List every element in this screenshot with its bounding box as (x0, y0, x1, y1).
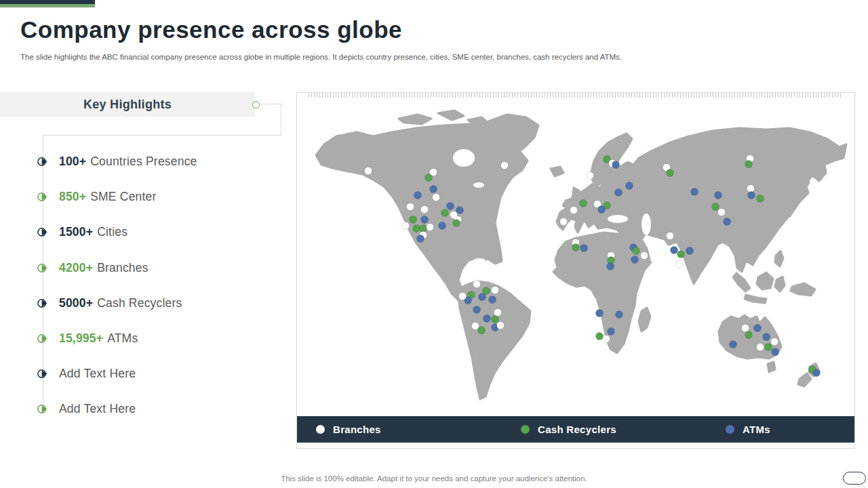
map-dot-branches (676, 261, 684, 268)
connector-line (281, 104, 281, 136)
map-dot-atms (671, 247, 678, 254)
highlight-label: Branches (97, 261, 149, 274)
map-dot-branches (501, 162, 509, 169)
legend-label: ATMs (743, 424, 770, 435)
slide-footer-note: This slide is 100% editable. Adapt it to… (0, 474, 868, 483)
map-dot-cash_recyclers (420, 225, 427, 232)
map-dot-atms (479, 293, 486, 301)
slide-subtitle: The slide highlights the ABC financial c… (20, 53, 671, 61)
map-dot-atms (763, 333, 770, 341)
map-dot-cash_recyclers (441, 209, 449, 217)
map-dot-cash_recyclers (453, 220, 460, 227)
map-dot-atms (626, 182, 633, 190)
map-dot-atms (580, 245, 588, 252)
map-dot-branches (497, 322, 505, 329)
map-dot-branches (570, 207, 578, 214)
highlight-label: Cities (97, 225, 127, 239)
map-dot-atms (456, 207, 464, 214)
connector-line (259, 104, 281, 104)
map-dot-branches (365, 167, 372, 175)
map-dot-branches (473, 281, 481, 288)
legend-label: Branches (333, 424, 381, 435)
map-dot-branches (402, 222, 410, 230)
map-dot-atms (612, 161, 620, 169)
great-lakes (473, 182, 484, 188)
map-dot-atms (754, 325, 762, 332)
legend-dot-branches-icon (316, 425, 325, 434)
key-highlights-header-label: Key Highlights (83, 98, 172, 112)
map-dot-atms (813, 369, 821, 377)
map-dot-atms (421, 216, 429, 224)
map-dot-cash_recyclers (478, 327, 486, 334)
map-dot-branches (421, 206, 429, 214)
black-sea (608, 215, 628, 223)
map-dot-atms (730, 341, 737, 348)
bullet-marker-icon (37, 367, 50, 380)
bullet-marker-icon (37, 332, 50, 345)
map-dot-branches (771, 338, 778, 346)
map-dot-atms (691, 188, 698, 196)
map-dot-atms (616, 311, 623, 319)
top-accent-bar-green (0, 4, 95, 7)
map-dot-branches (560, 218, 568, 226)
map-dot-atms (724, 218, 731, 226)
map-dot-cash_recyclers (572, 244, 580, 251)
map-dot-branches (641, 252, 648, 260)
highlight-label: Add Text Here (59, 367, 136, 380)
map-dot-atms (598, 206, 606, 214)
map-dot-atms (608, 328, 615, 336)
world-map-panel: BranchesCash RecyclersATMs (296, 92, 855, 449)
highlight-value: 4200+ (59, 261, 93, 274)
bullet-marker-icon (37, 297, 50, 310)
world-map (297, 93, 854, 448)
map-dot-atms (417, 235, 425, 243)
slide-title: Company presence across globe (20, 16, 631, 43)
map-dot-atms (473, 306, 481, 314)
map-dot-cash_recyclers (667, 169, 674, 177)
map-dot-branches (747, 185, 755, 192)
map-dot-branches (433, 194, 440, 201)
map-dot-branches (427, 224, 434, 231)
bullet-marker-icon (37, 262, 50, 274)
map-dot-atms (414, 192, 422, 199)
map-dot-branches (718, 209, 726, 216)
map-dot-atms (596, 310, 604, 317)
madagascar (639, 308, 650, 331)
map-dot-cash_recyclers (745, 331, 753, 339)
legend-item-cash_recyclers: Cash Recyclers (521, 416, 616, 443)
map-dot-atms (489, 296, 496, 304)
highlight-value: 100+ (59, 155, 86, 168)
bullet-marker-icon (37, 190, 50, 203)
map-dot-atms (715, 192, 722, 199)
map-dot-cash_recyclers (745, 161, 753, 168)
map-dot-cash_recyclers (633, 247, 640, 255)
map-dot-branches (492, 287, 499, 294)
map-dot-branches (603, 336, 610, 343)
map-dot-atms (484, 315, 491, 323)
map-dot-branches (667, 232, 674, 240)
highlight-value: 850+ (59, 190, 86, 203)
highlight-value: 15,995+ (59, 331, 103, 345)
map-dot-branches (742, 325, 749, 332)
map-dot-atms (748, 192, 755, 199)
highlight-value: 1500+ (59, 225, 93, 239)
highlight-label: SME Center (90, 190, 156, 203)
legend-item-atms: ATMs (726, 416, 770, 443)
legend-dot-atms-icon (726, 425, 734, 434)
map-dot-atms (447, 203, 454, 210)
map-dot-cash_recyclers (425, 174, 433, 182)
legend-item-branches: Branches (316, 416, 381, 443)
map-dot-atms (772, 348, 779, 356)
highlight-value: 5000+ (59, 296, 93, 310)
map-dot-atms (607, 263, 614, 270)
map-dot-cash_recyclers (492, 316, 499, 323)
slide-number-pill (843, 472, 866, 485)
bullet-marker-icon (37, 155, 50, 168)
connector-circle (252, 101, 260, 108)
map-dot-branches (407, 203, 414, 211)
map-dot-cash_recyclers (413, 225, 420, 232)
connector-line (43, 135, 281, 136)
map-dot-cash_recyclers (596, 333, 604, 340)
highlight-label: ATMs (107, 331, 138, 345)
british-isles (551, 167, 581, 209)
